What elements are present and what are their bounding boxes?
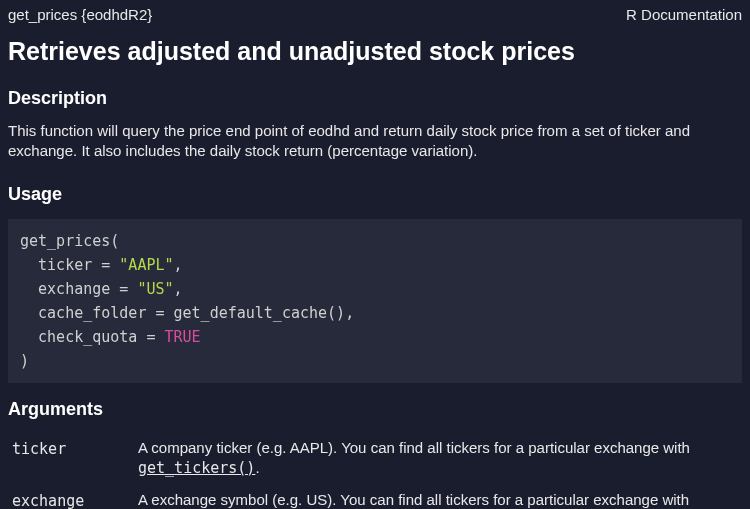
- doc-header: get_prices {eodhdR2} R Documentation: [0, 0, 750, 27]
- description-heading: Description: [0, 80, 750, 115]
- argument-description: A exchange symbol (e.g. US). You can fin…: [138, 490, 689, 509]
- paren-open: (: [110, 232, 119, 250]
- argument-desc-text: A exchange symbol (e.g. US). You can fin…: [138, 491, 689, 508]
- doc-type-label: R Documentation: [626, 6, 742, 23]
- usage-param-cache-key: cache_folder: [38, 304, 146, 322]
- argument-desc-post: .: [255, 459, 259, 476]
- arguments-heading: Arguments: [0, 391, 750, 426]
- argument-row: ticker A company ticker (e.g. AAPL). You…: [8, 432, 742, 485]
- usage-param-exchange-val: "US": [137, 280, 173, 298]
- usage-code-block: get_prices( ticker = "AAPL", exchange = …: [8, 219, 742, 383]
- argument-link[interactable]: get_tickers(): [138, 459, 255, 477]
- usage-param-ticker-val: "AAPL": [119, 256, 173, 274]
- usage-param-check-key: check_quota: [38, 328, 137, 346]
- usage-param-ticker-key: ticker: [38, 256, 92, 274]
- page-title: Retrieves adjusted and unadjusted stock …: [0, 27, 750, 80]
- usage-param-exchange-key: exchange: [38, 280, 110, 298]
- arguments-table: ticker A company ticker (e.g. AAPL). You…: [0, 426, 750, 510]
- usage-fn: get_prices: [20, 232, 110, 250]
- argument-desc-text: A company ticker (e.g. AAPL). You can fi…: [138, 439, 690, 456]
- usage-param-cache-val: get_default_cache(): [174, 304, 346, 322]
- usage-param-check-val: TRUE: [165, 328, 201, 346]
- usage-heading: Usage: [0, 176, 750, 211]
- argument-name: ticker: [8, 438, 138, 458]
- argument-row: exchange A exchange symbol (e.g. US). Yo…: [8, 484, 742, 509]
- function-package-label: get_prices {eodhdR2}: [8, 6, 152, 23]
- description-text: This function will query the price end p…: [0, 115, 750, 176]
- paren-close: ): [20, 352, 29, 370]
- argument-name: exchange: [8, 490, 138, 509]
- argument-description: A company ticker (e.g. AAPL). You can fi…: [138, 438, 742, 479]
